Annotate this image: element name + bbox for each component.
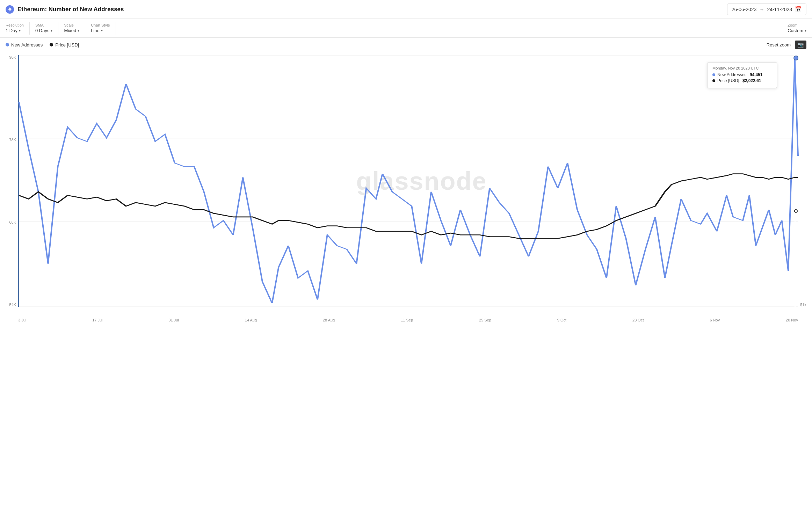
- legend-right: Reset zoom 📷: [767, 41, 806, 49]
- resolution-value: 1 Day ▾: [6, 28, 24, 33]
- tooltip: Monday, Nov 20 2023 UTC New Addresses: 9…: [707, 62, 777, 88]
- legend-new-addresses: New Addresses: [6, 42, 43, 48]
- zoom-label: Zoom: [788, 23, 806, 27]
- zoom-value: Custom ▾: [788, 28, 806, 33]
- y-right-label: $1k: [800, 303, 806, 307]
- reset-zoom-button[interactable]: Reset zoom: [767, 42, 791, 48]
- x-label-28aug: 28 Aug: [323, 318, 335, 322]
- resolution-label: Resolution: [6, 23, 24, 27]
- y-axis-left: 90K 78K 66K 54K: [0, 55, 18, 307]
- legend-price-label: Price [USD]: [55, 42, 79, 48]
- page-title: Ethereum: Number of New Addresses: [17, 6, 124, 13]
- svg-marker-0: [8, 7, 12, 10]
- tooltip-dot-blue: [793, 56, 798, 60]
- header: Ethereum: Number of New Addresses 26-06-…: [0, 0, 812, 19]
- calendar-icon: 📅: [795, 6, 802, 13]
- tooltip-blue-dot: [712, 73, 715, 76]
- sma-dropdown-arrow: ▾: [51, 29, 52, 32]
- x-label-11sep: 11 Sep: [401, 318, 413, 322]
- legend-items: New Addresses Price [USD]: [6, 42, 79, 48]
- price-line: [19, 55, 798, 307]
- resolution-dropdown-arrow: ▾: [19, 29, 21, 32]
- x-label-17jul: 17 Jul: [92, 318, 102, 322]
- x-label-6nov: 6 Nov: [710, 318, 720, 322]
- legend-dot-blue: [6, 43, 9, 46]
- legend-new-addresses-label: New Addresses: [11, 42, 43, 48]
- header-left: Ethereum: Number of New Addresses: [6, 5, 124, 14]
- tooltip-new-addresses-label: New Addresses:: [717, 72, 748, 77]
- zoom-selector[interactable]: Zoom Custom ▾: [788, 22, 806, 35]
- chart-style-value: Line ▾: [91, 28, 110, 33]
- tooltip-black-dot: [712, 79, 715, 82]
- x-label-9oct: 9 Oct: [557, 318, 566, 322]
- tooltip-new-addresses-value: 94,451: [750, 72, 763, 77]
- x-label-23oct: 23 Oct: [632, 318, 644, 322]
- tooltip-new-addresses-row: New Addresses: 94,451: [712, 72, 772, 77]
- scale-dropdown-arrow: ▾: [78, 29, 79, 32]
- sma-selector[interactable]: SMA 0 Days ▾: [35, 22, 58, 35]
- date-start: 26-06-2023: [732, 7, 757, 12]
- legend-dot-black: [50, 43, 53, 46]
- chart-container: 90K 78K 66K 54K glassnode: [0, 52, 812, 324]
- chart-style-dropdown-arrow: ▾: [101, 29, 103, 32]
- chart-style-selector[interactable]: Chart Style Line ▾: [91, 22, 116, 35]
- scale-selector[interactable]: Scale Mixed ▾: [64, 22, 85, 35]
- x-label-14aug: 14 Aug: [245, 318, 257, 322]
- sma-value: 0 Days ▾: [35, 28, 52, 33]
- y-label-66k: 66K: [9, 220, 16, 224]
- x-label-25sep: 25 Sep: [479, 318, 491, 322]
- screenshot-button[interactable]: 📷: [795, 41, 806, 49]
- toolbar: Resolution 1 Day ▾ SMA 0 Days ▾ Scale Mi…: [0, 19, 812, 38]
- legend-price: Price [USD]: [50, 42, 79, 48]
- y-label-78k: 78K: [9, 138, 16, 142]
- y-label-90k: 90K: [9, 55, 16, 59]
- zoom-dropdown-arrow: ▾: [805, 29, 806, 32]
- tooltip-dot-black: [794, 209, 798, 213]
- tooltip-price-label: Price [USD]:: [717, 78, 740, 83]
- x-axis: 3 Jul 17 Jul 31 Jul 14 Aug 28 Aug 11 Sep…: [18, 318, 798, 322]
- date-range-selector[interactable]: 26-06-2023 → 24-11-2023 📅: [727, 3, 806, 15]
- x-label-3jul: 3 Jul: [18, 318, 26, 322]
- x-label-31jul: 31 Jul: [168, 318, 179, 322]
- tooltip-price-value: $2,022.61: [742, 78, 761, 83]
- tooltip-date: Monday, Nov 20 2023 UTC: [712, 66, 772, 70]
- chart-area[interactable]: glassnode Monday, Nov 20 2023 UTC: [18, 55, 798, 307]
- scale-label: Scale: [64, 23, 79, 27]
- chart-style-label: Chart Style: [91, 23, 110, 27]
- legend: New Addresses Price [USD] Reset zoom 📷: [0, 38, 812, 52]
- date-arrow-icon: →: [759, 7, 764, 12]
- y-label-54k: 54K: [9, 303, 16, 307]
- cursor-vertical-line: [795, 55, 795, 307]
- y-axis-right: $1k: [799, 303, 812, 307]
- tooltip-price-row: Price [USD]: $2,022.61: [712, 78, 772, 83]
- resolution-selector[interactable]: Resolution 1 Day ▾: [6, 22, 30, 35]
- eth-icon: [6, 5, 14, 14]
- date-end: 24-11-2023: [767, 7, 792, 12]
- scale-value: Mixed ▾: [64, 28, 79, 33]
- sma-label: SMA: [35, 23, 52, 27]
- x-label-20nov: 20 Nov: [786, 318, 798, 322]
